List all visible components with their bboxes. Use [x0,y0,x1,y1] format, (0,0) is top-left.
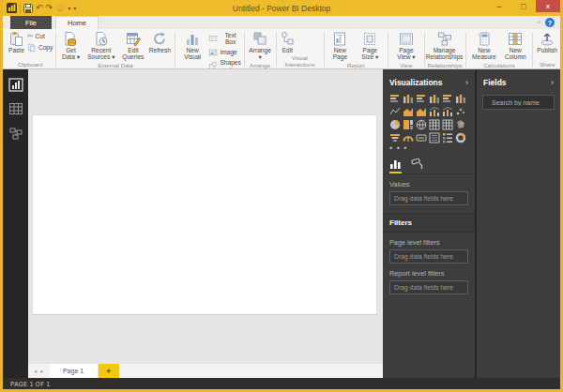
stacked-column-chart-icon[interactable] [403,93,414,104]
paste-button[interactable]: Paste [8,31,25,53]
ribbon-group-label: Visual Interactions [279,54,320,68]
line-and-stacked-column-chart-icon[interactable] [442,106,453,117]
edit-queries-icon [126,31,141,47]
window-title: Untitled - Power BI Desktop [3,4,560,13]
button-label: Image [220,49,236,55]
relationships-view-icon[interactable] [8,126,24,141]
ribbon-group-label: External Data [59,62,172,68]
get-data-button[interactable]: Get Data ▾ [59,31,83,61]
file-tab[interactable]: File [10,16,52,29]
map-icon[interactable] [416,119,427,130]
values-drop-zone[interactable]: Drag data fields here [389,191,468,205]
group-separator [324,32,325,67]
stacked-bar-chart-icon[interactable] [389,93,401,104]
canvas-column: ◂ ▸ Page 1 + [28,69,383,378]
button-label: Paste [8,47,24,53]
undo-icon[interactable]: ↶ [36,3,43,14]
edit-button[interactable]: Edit [279,31,296,53]
donut-chart-icon[interactable] [455,132,466,143]
pie-chart-icon[interactable] [389,119,401,130]
report-canvas[interactable] [28,69,383,363]
redo-icon[interactable]: ↷ [46,3,53,14]
collapse-ribbon-icon[interactable]: ^ [538,20,540,26]
line-and-clustered-column-chart-icon[interactable] [429,106,440,117]
refresh-button[interactable]: Refresh [148,31,172,53]
feedback-smiley-icon[interactable]: ☺ [55,3,65,14]
card-icon[interactable] [416,132,427,143]
report-level-filters-drop-zone[interactable]: Drag data fields here [389,280,468,294]
treemap-icon[interactable] [403,119,414,130]
help-icon[interactable]: ? [545,18,555,27]
text-box-button[interactable]: Text Box [208,32,240,46]
refresh-icon [152,31,167,47]
close-button[interactable]: × [536,0,560,12]
page-tab[interactable]: Page 1 [50,364,99,378]
feedback-dropdown-icon[interactable]: ▾ [68,3,70,14]
edit-queries-button[interactable]: Edit Queries [120,31,146,61]
button-label: Edit Queries [121,47,145,61]
line-chart-icon[interactable] [389,106,401,117]
title-bar: ↶ ↷ ☺ ▾ ▾ Untitled - Power BI Desktop – … [3,0,560,16]
button-label: Arrange ▾ [249,47,272,61]
funnel-icon[interactable] [389,132,401,143]
recent-sources-button[interactable]: Recent Sources ▾ [84,31,118,61]
fields-bucket-tab[interactable] [389,158,402,173]
group-separator [532,32,533,67]
group-separator [244,32,245,67]
scatter-chart-icon[interactable] [455,106,466,117]
100-stacked-column-chart-icon[interactable] [455,93,466,104]
arrange-button[interactable]: Arrange ▾ [248,31,273,61]
visualizations-collapse-icon[interactable]: › [465,78,468,87]
ribbon-tab-row: File Home ^ ? [3,16,560,29]
report-page[interactable] [32,114,377,315]
minimize-button[interactable]: – [487,0,511,12]
gauge-icon[interactable] [403,132,414,143]
new-page-button[interactable]: New Page [327,31,353,61]
format-bucket-tab[interactable] [411,158,424,173]
data-view-icon[interactable] [8,101,24,116]
group-separator [388,32,388,67]
publish-button[interactable]: Publish [536,31,558,53]
page-view-button[interactable]: Page View ▾ [391,31,421,61]
home-tab[interactable]: Home [55,16,99,29]
cut-button[interactable]: ✂Cut [27,32,53,41]
save-icon[interactable] [23,3,33,14]
prev-page-icon[interactable]: ◂ [34,368,37,375]
ribbon-group-relationships: Manage RelationshipsRelationships [426,30,464,68]
new-visual-button[interactable]: New Visual [178,31,207,61]
add-page-button[interactable]: + [99,364,119,378]
shapes-button[interactable]: Shapes ▾ [208,59,240,69]
qat-customize-icon[interactable]: ▾ [73,3,76,14]
recent-sources-icon [94,31,109,47]
slicer-icon[interactable] [442,132,453,143]
page-size-button[interactable]: Page Size ▾ [355,31,385,61]
maximize-button[interactable]: □ [511,0,536,12]
clustered-bar-chart-icon[interactable] [416,93,427,104]
ribbon-group-insert: New VisualText BoxImageShapes ▾Insert [176,30,243,68]
fields-collapse-icon[interactable]: › [551,78,554,87]
filters-title: Filters [383,213,475,233]
table-icon[interactable] [429,119,440,130]
next-page-icon[interactable]: ▸ [40,368,43,375]
search-input[interactable] [490,98,550,107]
more-visuals[interactable]: • • • [383,143,475,151]
filled-map-icon[interactable] [455,119,466,130]
stacked-area-chart-icon[interactable] [416,106,427,117]
image-button[interactable]: Image [208,48,240,57]
group-separator [175,32,175,67]
ribbon-group-label: Clipboard [8,61,53,68]
new-measure-button[interactable]: New Measure [469,31,500,61]
manage-relationships-button[interactable]: Manage Relationships [428,31,462,61]
matrix-icon[interactable] [442,119,453,130]
100-stacked-bar-chart-icon[interactable] [442,93,453,104]
new-column-button[interactable]: New Column [501,31,529,61]
page-level-filters-drop-zone[interactable]: Drag data fields here [389,249,468,264]
multi-row-card-icon[interactable] [429,132,440,143]
paste-icon [8,31,23,47]
area-chart-icon[interactable] [403,106,414,117]
ribbon-group-clipboard: Paste✂CutCopyClipboard [6,30,54,68]
report-view-icon[interactable] [8,77,24,92]
copy-button[interactable]: Copy [27,43,53,53]
fields-search-box[interactable] [482,95,555,110]
clustered-column-chart-icon[interactable] [429,93,440,104]
